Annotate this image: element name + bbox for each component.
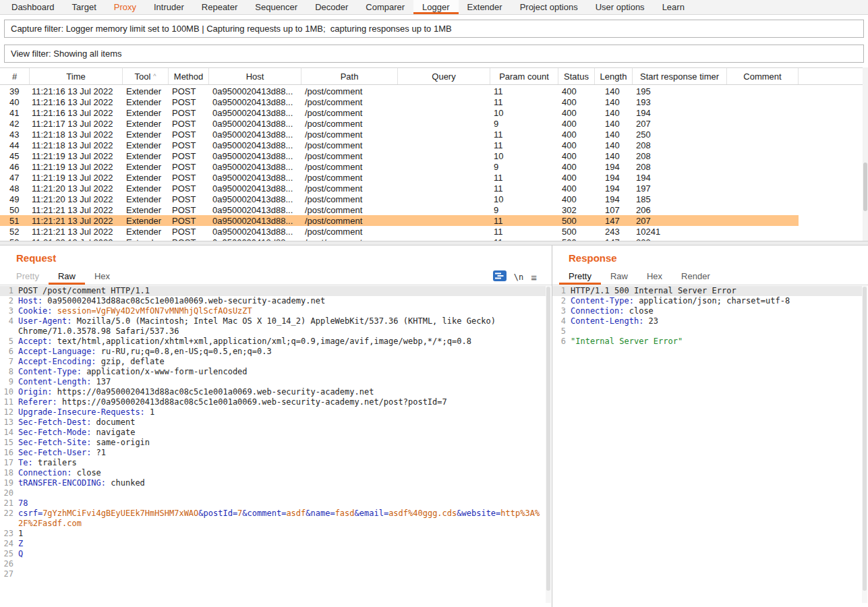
column-header-method[interactable]: Method xyxy=(169,68,209,84)
response-scrollbar-handle[interactable] xyxy=(863,287,867,591)
tab-sequencer[interactable]: Sequencer xyxy=(246,0,306,14)
request-editor[interactable]: 1POST /post/comment HTTP/1.12Host: 0a950… xyxy=(0,286,546,603)
tab-project-options[interactable]: Project options xyxy=(511,0,587,14)
editor-line[interactable]: 14Sec-Fetch-Mode: navigate xyxy=(0,428,546,438)
table-row[interactable]: 4111:21:16 13 Jul 2022ExtenderPOST0a9500… xyxy=(0,107,799,118)
editor-line[interactable]: 17Te: trailers xyxy=(0,458,546,468)
tab-repeater[interactable]: Repeater xyxy=(193,0,246,14)
editor-line[interactable]: 231 xyxy=(0,529,546,539)
editor-line[interactable]: 2Content-Type: application/json; charset… xyxy=(552,296,862,306)
editor-line[interactable]: 5 xyxy=(552,326,862,337)
tab-learn[interactable]: Learn xyxy=(654,0,693,14)
column-header-start-response-timer[interactable]: Start response timer xyxy=(633,68,727,84)
capture-filter-bar[interactable]: Capture filter: Logger memory limit set … xyxy=(4,20,864,38)
editor-line[interactable]: 24Z xyxy=(0,539,546,549)
tab-comparer[interactable]: Comparer xyxy=(357,0,413,14)
table-row[interactable]: 4511:21:19 13 Jul 2022ExtenderPOST0a9500… xyxy=(0,150,799,161)
table-row[interactable]: 4311:21:18 13 Jul 2022ExtenderPOST0a9500… xyxy=(0,129,799,140)
tab-intruder[interactable]: Intruder xyxy=(145,0,193,14)
editor-line[interactable]: 3Cookie: session=VgFWy4D2vMfON7vMNMhjQlS… xyxy=(0,306,546,316)
table-row[interactable]: 5211:21:21 13 Jul 2022ExtenderPOST0a9500… xyxy=(0,226,799,237)
editor-line[interactable]: 10Origin: https://0a9500020413d88ac08c5c… xyxy=(0,387,546,397)
column-header-tool[interactable]: Tool^ xyxy=(123,68,169,84)
table-scrollbar-handle[interactable] xyxy=(863,163,867,211)
editor-line[interactable]: 13Sec-Fetch-Dest: document xyxy=(0,417,546,428)
editor-line[interactable]: 16Sec-Fetch-User: ?1 xyxy=(0,448,546,458)
pretty-print-icon[interactable] xyxy=(493,270,507,284)
editor-line[interactable]: 25Q xyxy=(0,549,546,559)
editor-line[interactable]: 2Host: 0a9500020413d88ac08c5c1e001a0069.… xyxy=(0,296,546,306)
tab-logger[interactable]: Logger xyxy=(413,0,458,14)
table-row[interactable]: 5111:21:21 13 Jul 2022ExtenderPOST0a9500… xyxy=(0,215,799,226)
response-scrollbar[interactable] xyxy=(862,286,867,603)
column-header-path[interactable]: Path xyxy=(301,68,398,84)
line-content: Connection: close xyxy=(18,468,546,478)
request-tab-raw[interactable]: Raw xyxy=(49,268,85,285)
column-header-length[interactable]: Length xyxy=(595,68,633,84)
tab-target[interactable]: Target xyxy=(63,0,105,14)
cell-start-response-timer: 195 xyxy=(633,86,727,96)
request-scrollbar-handle[interactable] xyxy=(546,287,550,591)
request-scrollbar[interactable] xyxy=(546,286,551,603)
editor-line[interactable]: 1POST /post/comment HTTP/1.1 xyxy=(0,286,546,296)
column-header-comment[interactable]: Comment xyxy=(727,68,799,84)
tab-proxy[interactable]: Proxy xyxy=(105,0,145,14)
response-tab-render[interactable]: Render xyxy=(672,268,720,285)
column-header-param-count[interactable]: Param count xyxy=(490,68,558,84)
editor-line[interactable]: 19tRANSFER-ENCODING: chunked xyxy=(0,478,546,488)
editor-line[interactable]: 3Connection: close xyxy=(552,306,862,316)
table-row[interactable]: 5011:21:21 13 Jul 2022ExtenderPOST0a9500… xyxy=(0,204,799,215)
line-number: 5 xyxy=(0,337,18,347)
nonprinting-chars-icon[interactable]: \n xyxy=(514,272,523,282)
column-header-num[interactable]: # xyxy=(0,68,30,84)
table-row[interactable]: 4711:21:19 13 Jul 2022ExtenderPOST0a9500… xyxy=(0,172,799,183)
editor-line[interactable]: 18Connection: close xyxy=(0,468,546,478)
view-filter-bar[interactable]: View filter: Showing all items xyxy=(4,45,864,63)
response-tab-pretty[interactable]: Pretty xyxy=(559,268,601,285)
editor-line[interactable]: 6"Internal Server Error" xyxy=(552,337,862,347)
editor-line[interactable]: 22csrf=7gYzhMCiFvi4gBEyUEEk7HmHSHM7xWAO&… xyxy=(0,509,546,529)
editor-line[interactable]: 15Sec-Fetch-Site: same-origin xyxy=(0,438,546,448)
table-row[interactable]: 3911:21:16 13 Jul 2022ExtenderPOST0a9500… xyxy=(0,86,799,96)
editor-menu-icon[interactable]: ≡ xyxy=(531,272,537,283)
editor-line[interactable]: 8Content-Type: application/x-www-form-ur… xyxy=(0,367,546,377)
editor-line[interactable]: 2178 xyxy=(0,498,546,509)
editor-line[interactable]: 1HTTP/1.1 500 Internal Server Error xyxy=(552,286,862,296)
table-row[interactable]: 4811:21:20 13 Jul 2022ExtenderPOST0a9500… xyxy=(0,183,799,194)
table-body: 3911:21:16 13 Jul 2022ExtenderPOST0a9500… xyxy=(0,86,863,241)
editor-line[interactable]: 4User-Agent: Mozilla/5.0 (Macintosh; Int… xyxy=(0,316,546,337)
column-header-time[interactable]: Time xyxy=(30,68,123,84)
column-header-query[interactable]: Query xyxy=(398,68,490,84)
editor-line[interactable]: 11Referer: https://0a9500020413d88ac08c5… xyxy=(0,397,546,407)
request-tab-hex[interactable]: Hex xyxy=(85,268,119,285)
editor-line[interactable]: 4Content-Length: 23 xyxy=(552,316,862,326)
table-row[interactable]: 4011:21:16 13 Jul 2022ExtenderPOST0a9500… xyxy=(0,96,799,107)
table-row[interactable]: 4611:21:19 13 Jul 2022ExtenderPOST0a9500… xyxy=(0,161,799,172)
tab-dashboard[interactable]: Dashboard xyxy=(3,0,63,14)
table-row[interactable]: 4411:21:18 13 Jul 2022ExtenderPOST0a9500… xyxy=(0,140,799,150)
cell-method: POST xyxy=(169,216,209,226)
tab-user-options[interactable]: User options xyxy=(587,0,654,14)
table-row[interactable]: 4211:21:17 13 Jul 2022ExtenderPOST0a9500… xyxy=(0,118,799,129)
cell-status: 400 xyxy=(558,97,595,107)
editor-line[interactable]: 26 xyxy=(0,559,546,569)
column-header-status[interactable]: Status xyxy=(558,68,595,84)
editor-line[interactable]: 7Accept-Encoding: gzip, deflate xyxy=(0,357,546,367)
editor-line[interactable]: 27 xyxy=(0,569,546,579)
response-editor[interactable]: 1HTTP/1.1 500 Internal Server Error2Cont… xyxy=(552,286,862,603)
editor-line[interactable]: 12Upgrade-Insecure-Requests: 1 xyxy=(0,407,546,417)
editor-line[interactable]: 9Content-Length: 137 xyxy=(0,377,546,387)
editor-line[interactable]: 6Accept-Language: ru-RU,ru;q=0.8,en-US;q… xyxy=(0,347,546,357)
request-tab-pretty[interactable]: Pretty xyxy=(7,268,49,285)
editor-line[interactable]: 5Accept: text/html,application/xhtml+xml… xyxy=(0,337,546,347)
table-scrollbar[interactable] xyxy=(863,67,868,241)
response-tab-hex[interactable]: Hex xyxy=(637,268,672,285)
cell-start-response-timer: 208 xyxy=(633,151,727,161)
pane-splitter[interactable] xyxy=(0,241,868,245)
tab-decoder[interactable]: Decoder xyxy=(306,0,357,14)
table-row[interactable]: 4911:21:20 13 Jul 2022ExtenderPOST0a9500… xyxy=(0,194,799,204)
tab-extender[interactable]: Extender xyxy=(459,0,511,14)
column-header-host[interactable]: Host xyxy=(209,68,301,84)
editor-line[interactable]: 20 xyxy=(0,488,546,498)
response-tab-raw[interactable]: Raw xyxy=(601,268,637,285)
